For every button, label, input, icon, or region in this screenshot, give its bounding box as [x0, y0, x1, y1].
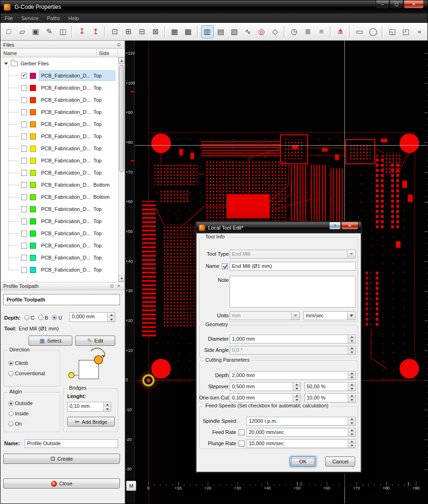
align-on-radio[interactable]	[8, 421, 14, 427]
files-scrollbar[interactable]	[118, 57, 125, 282]
spinner-buttons[interactable]	[348, 428, 355, 436]
save-as-button[interactable]: ✎	[43, 25, 56, 38]
spindle-speed-field[interactable]: 12000 r.p.m.	[246, 417, 356, 426]
file-checkbox[interactable]	[21, 146, 27, 152]
menu-item[interactable]: Service	[17, 14, 43, 22]
menu-item[interactable]: Paths	[42, 14, 64, 22]
file-checkbox[interactable]	[21, 218, 27, 224]
spinner-buttons[interactable]	[348, 346, 355, 354]
oneturn-field[interactable]: 0,100 mm	[230, 393, 301, 402]
dialog-title-bar[interactable]: Local Tool Edit* ? ✕	[196, 222, 361, 233]
file-row[interactable]: PCB_Fabrication_D... Top	[0, 118, 118, 130]
save-button[interactable]: ▣	[29, 25, 42, 38]
direction-conventional-radio[interactable]	[8, 371, 14, 376]
frame-tool-button[interactable]: ⊞	[122, 25, 134, 38]
close-window-button[interactable]: ✕	[404, 0, 424, 8]
speed-units-combo[interactable]: mm/sec	[303, 311, 356, 320]
note-textarea[interactable]	[230, 276, 356, 308]
spinner-buttons[interactable]	[348, 394, 355, 402]
view-copper-button[interactable]: ▥	[201, 25, 214, 38]
file-row[interactable]: PCB_Fabrication_D... Bottom	[0, 191, 118, 203]
toolbar-overflow[interactable]: »	[413, 25, 426, 38]
view-solder-button[interactable]: ▧	[228, 25, 241, 38]
new-file-button[interactable]: □	[2, 25, 15, 38]
time-estimate-button[interactable]: ◷	[288, 25, 301, 38]
direction-climb-radio[interactable]	[8, 361, 14, 366]
help-button[interactable]: ?	[329, 222, 341, 230]
stepover-field[interactable]: 0,500 mm	[230, 382, 301, 391]
file-row[interactable]: PCB_Fabrication_D... Top	[0, 227, 118, 239]
measure-tool-button[interactable]: ⊟	[135, 25, 148, 38]
cut-depth-field[interactable]: 2,000 mm	[230, 371, 356, 380]
close-panel-icon[interactable]: ✕	[115, 283, 122, 289]
file-checkbox[interactable]	[21, 121, 27, 127]
file-checkbox[interactable]	[21, 231, 27, 237]
scrollbar-thumb[interactable]	[119, 65, 124, 172]
file-checkbox[interactable]	[21, 267, 27, 273]
file-row[interactable]: PCB_Fabrication_D... Top	[0, 203, 118, 215]
file-row[interactable]: PCB_Fabrication_D... Top	[0, 82, 118, 94]
spinner-buttons[interactable]	[348, 371, 355, 379]
ok-button[interactable]: OK	[290, 456, 316, 467]
file-row[interactable]: ✔ PCB_Fabrication_D... Top	[0, 70, 118, 82]
file-row[interactable]: PCB_Fabrication_D... Top	[0, 239, 118, 252]
add-bridge-button[interactable]: ✂ Add Bridge	[67, 417, 115, 427]
create-button[interactable]: ⊡ Create	[3, 454, 120, 464]
file-checkbox[interactable]	[21, 206, 27, 212]
minimize-button[interactable]: –	[376, 0, 389, 8]
import-bottom-layer-button[interactable]: ↥	[89, 25, 102, 38]
spinner-buttons[interactable]	[293, 383, 300, 391]
name-checkbox[interactable]	[222, 263, 228, 269]
selection-frame-button[interactable]: ◇	[269, 25, 281, 38]
tool-type-combo[interactable]: End Mill	[230, 250, 356, 259]
file-row[interactable]: PCB_Fabrication_D... Top	[0, 130, 118, 142]
import-top-layer-button[interactable]: ↧	[76, 25, 88, 38]
toolpath-name-field[interactable]: Profile Outside	[25, 439, 118, 448]
erase-tool-button[interactable]: ⊠	[149, 25, 161, 38]
oneturn-percent-field[interactable]: 10,00 %	[304, 393, 356, 402]
spinner-buttons[interactable]	[103, 402, 111, 411]
gcode-view-button[interactable]: ≣	[302, 25, 314, 38]
file-checkbox[interactable]	[21, 170, 27, 176]
menu-item[interactable]: File	[0, 14, 17, 22]
layers-list-button[interactable]: ≡	[315, 25, 328, 38]
column-side[interactable]: Side	[97, 49, 118, 57]
file-row[interactable]: PCB_Fabrication_D... Top	[0, 264, 118, 276]
cancel-button[interactable]: Cancel	[325, 456, 355, 467]
title-bar[interactable]: G-Code Properties – ▢ ✕	[0, 0, 428, 14]
save-all-button[interactable]: ◫	[56, 25, 69, 38]
depth-value-field[interactable]: 0,000 mm	[70, 312, 115, 322]
scroll-down-icon[interactable]	[119, 275, 125, 282]
bridge-length-field[interactable]: 0,10 mm	[67, 402, 111, 412]
view-outline-button[interactable]: ▤	[215, 25, 227, 38]
float-panel-icon[interactable]: ⊡	[115, 42, 122, 48]
file-row[interactable]: PCB_Fabrication_D... Top	[0, 252, 118, 264]
plunge-rate-checkbox[interactable]	[239, 441, 245, 447]
tool-name-field[interactable]: End Mill (Ø1 mm)	[230, 262, 356, 271]
node-edit-button[interactable]: ◱	[386, 25, 399, 38]
array-copy-button[interactable]: ▩	[182, 25, 195, 38]
close-dialog-button[interactable]: ✕	[341, 222, 358, 230]
spinner-buttons[interactable]	[107, 313, 115, 322]
side-angle-field[interactable]: 0,0 °	[230, 346, 356, 355]
spinner-buttons[interactable]	[348, 440, 355, 448]
depth-radio-c[interactable]	[24, 315, 29, 320]
file-checkbox[interactable]	[21, 182, 27, 188]
file-checkbox[interactable]	[21, 194, 27, 200]
dropdown-arrow-icon[interactable]	[291, 312, 299, 320]
spinner-buttons[interactable]	[348, 383, 355, 391]
file-row[interactable]: PCB_Fabrication_D... Bottom	[0, 179, 118, 191]
spinner-buttons[interactable]	[348, 335, 355, 343]
edit-tool-button[interactable]: ✎ Edit	[75, 336, 115, 346]
spinner-buttons[interactable]	[293, 394, 300, 402]
open-file-button[interactable]: ▱	[16, 25, 28, 38]
file-checkbox[interactable]	[21, 255, 27, 261]
origin-tool-button[interactable]: ⊡	[108, 25, 121, 38]
file-row[interactable]: PCB_Fabrication_D... Top	[0, 106, 118, 118]
expander-icon[interactable]	[4, 63, 8, 65]
select-tool-button[interactable]: ▦ Select	[28, 336, 72, 346]
file-checkbox[interactable]	[21, 243, 27, 249]
file-checkbox[interactable]	[21, 97, 27, 103]
depth-radio-u[interactable]	[52, 315, 57, 320]
units-combo[interactable]: mm	[230, 311, 300, 320]
